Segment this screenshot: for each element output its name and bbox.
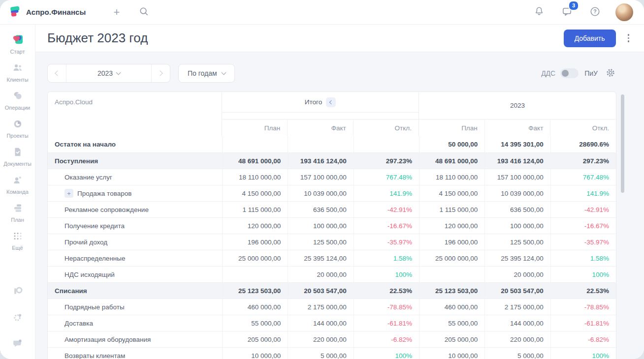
total-deviation-value: -16.67% (354, 218, 419, 234)
settings-shortcut-button[interactable] (10, 309, 26, 325)
bell-icon (534, 6, 545, 18)
expand-row-button[interactable]: + (64, 189, 73, 198)
total-group-spacer (222, 113, 419, 120)
total-plan-value: 196 000,00 (222, 234, 288, 250)
total-plan-value: 460 000,00 (222, 299, 288, 315)
year-select-value: 2023 (97, 69, 113, 77)
row-label: Доставка (64, 320, 93, 327)
brand[interactable]: Аспро.Финансы (9, 5, 86, 20)
sidebar-item-documents[interactable]: Документы (0, 143, 35, 171)
total-plan-header: План (222, 120, 287, 136)
sidebar-item-start[interactable]: Старт (0, 30, 35, 59)
sidebar-item-more[interactable]: Ещё (0, 227, 35, 255)
table-vertical-scrollbar[interactable] (621, 94, 624, 193)
sidebar-item-label: Ещё (12, 245, 23, 251)
year-pager: 2023 (47, 64, 170, 83)
more-actions-button[interactable] (626, 32, 632, 44)
operations-icon (12, 90, 24, 103)
total-fact-value (288, 136, 353, 152)
sidebar-item-operations[interactable]: Операции (0, 87, 35, 115)
year-deviation-value: -6.82% (550, 331, 616, 347)
budget-table: Аспро.Cloud Итого План Факт Откл. (47, 91, 616, 359)
collapse-total-button[interactable] (326, 97, 336, 107)
table-row[interactable]: Подрядные работы 460 000,00 2 175 000,00… (48, 299, 616, 315)
app-window: Аспро.Финансы + 3 (0, 0, 644, 359)
total-deviation-value: 100% (354, 348, 419, 359)
total-deviation-value: -6.82% (354, 331, 419, 347)
sidebar-item-plan[interactable]: План (0, 199, 35, 227)
row-label: Списания (55, 287, 87, 295)
table-row[interactable]: Получение кредита 120 000,00 100 000,00 … (48, 217, 616, 234)
projects-icon (12, 118, 24, 131)
sidebar-item-projects[interactable]: Проекты (0, 115, 35, 143)
table-row[interactable]: Возвраты клиентам 10 000,00 5 000,00 100… (48, 347, 616, 359)
total-fact-value: 2 175 000,00 (288, 299, 353, 315)
row-label: Прочий доход (64, 239, 107, 246)
total-deviation-value: 767.48% (354, 169, 419, 185)
year-deviation-value: -42.91% (550, 202, 616, 217)
year-fact-value: 636 500,00 (484, 202, 550, 217)
total-deviation-value: -35.97% (354, 234, 419, 250)
table-row[interactable]: + Продажа товаров 4 150 000,00 10 039 00… (48, 185, 616, 201)
table-settings-button[interactable] (605, 67, 616, 80)
table-header: Аспро.Cloud Итого План Факт Откл. (48, 92, 616, 136)
next-year-button[interactable] (151, 64, 170, 82)
sidebar: Старт Клиенты Операции Проекты (0, 25, 35, 359)
year-deviation-value: 297.23% (550, 153, 616, 169)
period-select[interactable]: По годам (178, 64, 235, 83)
table-row[interactable]: Оказание услуг 18 110 000,00 157 100 000… (48, 169, 616, 185)
table-row[interactable]: Списания 25 123 503,00 20 503 547,00 22.… (48, 282, 616, 299)
more-grid-icon (12, 230, 24, 243)
year-deviation-value: 22.53% (550, 283, 616, 299)
create-button[interactable]: + (111, 5, 122, 20)
piu-label: ПиУ (584, 69, 598, 77)
year-plan-value: 205 000,00 (419, 331, 484, 347)
table-row[interactable]: Амортизация оборудования 205 000,00 220 … (48, 331, 616, 347)
table-row[interactable]: Поступления 48 691 000,00 193 416 124,00… (48, 152, 616, 169)
year-group-label: 2023 (510, 102, 525, 109)
sidebar-footer (9, 283, 26, 359)
year-plan-value: 25 123 503,00 (419, 283, 484, 299)
toggle-knob (562, 70, 569, 77)
table-row[interactable]: Рекламное сопровождение 1 115 000,00 636… (48, 201, 616, 217)
total-plan-value: 48 691 000,00 (222, 153, 288, 169)
total-deviation-value: 100% (354, 267, 419, 282)
year-select[interactable]: 2023 (66, 64, 151, 82)
total-fact-value: 5 000,00 (288, 348, 353, 359)
messages-button[interactable]: 3 (559, 4, 575, 21)
table-row[interactable]: НДС исходящий 20 000,00 100% 20 000,00 1… (48, 266, 616, 282)
table-row[interactable]: Доставка 55 000,00 144 000,00 -61.81% 55… (48, 315, 616, 331)
sidebar-item-clients[interactable]: Клиенты (0, 59, 35, 87)
year-plan-value: 50 000,00 (419, 136, 484, 152)
total-fact-value: 100 000,00 (288, 218, 353, 234)
sidebar-item-label: Документы (3, 161, 32, 167)
search-button[interactable] (136, 4, 151, 20)
dds-piu-toggle[interactable] (560, 68, 579, 78)
table-row[interactable]: Остаток на начало 50 000,00 14 395 301,0… (48, 136, 616, 152)
year-deviation-value: 141.9% (550, 185, 616, 201)
sidebar-item-team[interactable]: Команда (0, 171, 35, 199)
year-plan-value: 48 691 000,00 (419, 153, 484, 169)
row-label: Амортизация оборудования (64, 336, 151, 343)
year-plan-value (419, 267, 484, 282)
feedback-shortcut-button[interactable] (9, 335, 26, 351)
row-label: Остаток на начало (55, 141, 116, 148)
help-button[interactable]: ? (587, 4, 603, 21)
year-deviation-value: -61.81% (550, 315, 616, 331)
year-fact-value: 25 395 124,00 (484, 250, 550, 266)
apps-shortcut-button[interactable] (9, 283, 26, 299)
year-fact-value: 20 000,00 (484, 267, 550, 282)
total-plan-value: 1 115 000,00 (222, 202, 288, 217)
add-button[interactable]: Добавить (564, 30, 616, 47)
prev-year-button[interactable] (48, 64, 66, 82)
total-fact-value: 25 395 124,00 (288, 250, 353, 266)
notifications-button[interactable] (532, 4, 547, 20)
user-avatar[interactable] (615, 3, 633, 21)
page-header: Бюджет 2023 год Добавить (35, 25, 644, 52)
year-fact-value: 20 503 547,00 (484, 283, 550, 299)
chevron-right-icon (157, 70, 162, 76)
total-plan-value: 205 000,00 (222, 331, 288, 347)
table-row[interactable]: Прочий доход 196 000,00 125 500,00 -35.9… (48, 234, 616, 250)
period-select-value: По годам (188, 69, 217, 77)
table-row[interactable]: Нераспределенные 25 000 000,00 25 395 12… (48, 250, 616, 266)
